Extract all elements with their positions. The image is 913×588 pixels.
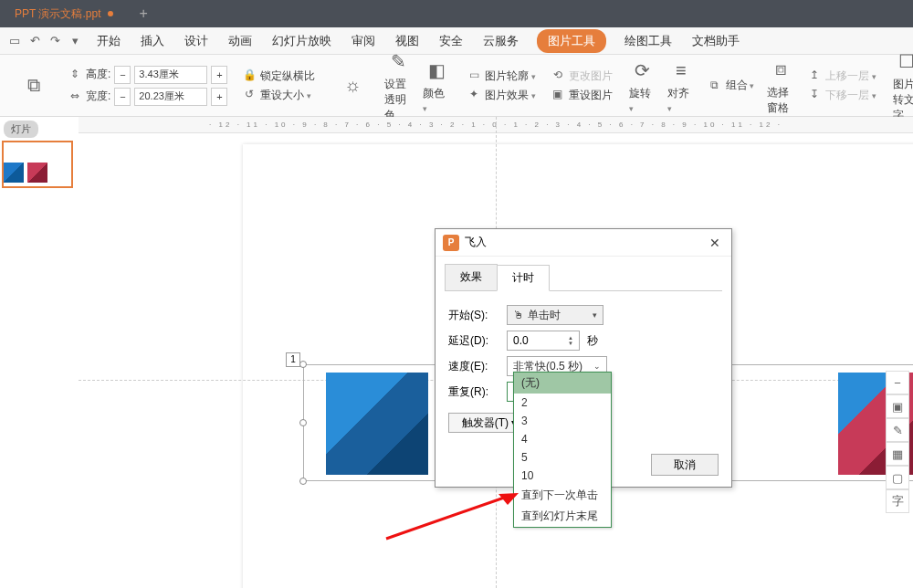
repeat-label: 重复(R):	[448, 384, 499, 400]
ocr-icon: ☐	[893, 47, 913, 75]
lock-aspect-label[interactable]: 锁定纵横比	[260, 68, 315, 84]
menu-tab-9[interactable]: 图片工具	[537, 29, 606, 53]
dialog-tab-0[interactable]: 效果	[445, 264, 498, 290]
document-tab[interactable]: PPT 演示文稿.ppt	[0, 0, 128, 27]
handle-top-left[interactable]	[299, 361, 307, 368]
repeat-option[interactable]: 5	[514, 448, 611, 467]
width-decrease-button[interactable]: −	[114, 88, 131, 106]
dialog-tabs: 效果计时	[445, 264, 722, 291]
float-button-4[interactable]: ▢	[886, 466, 909, 489]
save-icon[interactable]: ▭	[7, 34, 22, 48]
align-button[interactable]: ≡对齐	[662, 57, 700, 114]
eyedropper-icon: ✎	[384, 47, 412, 75]
reset-picture-button[interactable]: 重设图片	[569, 88, 613, 103]
effect-icon: ✦	[467, 88, 481, 102]
spinner-icon[interactable]: ▲▼	[568, 335, 573, 346]
app-icon: P	[443, 235, 459, 251]
bring-forward-icon: ↥	[807, 68, 822, 83]
menu-tab-7[interactable]: 安全	[437, 29, 465, 53]
float-button-0[interactable]: −	[886, 371, 909, 394]
group-button[interactable]: 组合	[726, 78, 755, 93]
handle-middle-left[interactable]	[299, 419, 307, 426]
group-icon: ⧉	[708, 79, 722, 93]
rotate-icon: ⟳	[629, 57, 656, 84]
float-button-5[interactable]: 字	[886, 489, 909, 513]
sun-icon: ☼	[339, 72, 366, 100]
chevron-down-icon: ⌄	[593, 362, 601, 371]
height-input[interactable]: 3.43厘米	[134, 66, 207, 84]
height-decrease-button[interactable]: −	[114, 66, 131, 84]
menu-tab-3[interactable]: 动画	[226, 29, 254, 53]
pic-to-text-button[interactable]: ☐图片转文字	[887, 47, 913, 123]
picture-effect-button[interactable]: 图片效果	[485, 88, 536, 103]
repeat-option[interactable]: 直到下一次单击	[514, 485, 611, 506]
lock-icon[interactable]: 🔒	[242, 68, 257, 83]
new-tab-button[interactable]: +	[128, 5, 158, 22]
undo-icon[interactable]: ↶	[27, 34, 42, 48]
redo-icon[interactable]: ↷	[47, 34, 62, 48]
close-icon[interactable]: ✕	[706, 236, 724, 250]
start-label: 开始(S):	[448, 308, 499, 323]
float-button-3[interactable]: ▦	[886, 442, 909, 466]
rotate-button[interactable]: ⟳旋转	[624, 57, 662, 114]
height-icon: ⇕	[68, 68, 82, 82]
repeat-option[interactable]: 3	[514, 412, 611, 430]
handle-bottom-left[interactable]	[299, 478, 307, 485]
delay-label: 延迟(D):	[448, 333, 499, 349]
slide-pane-label: 灯片	[4, 121, 38, 138]
cancel-button[interactable]: 取消	[651, 454, 719, 476]
brightness-button[interactable]: ☼	[333, 72, 372, 100]
right-float-toolbar: −▣✎▦▢字	[886, 371, 909, 513]
delay-input[interactable]: 0.0 ▲▼	[507, 331, 580, 351]
reset-size-button[interactable]: 重设大小	[260, 88, 311, 103]
menu-tab-4[interactable]: 幻灯片放映	[270, 29, 333, 53]
selection-pane-button[interactable]: ⧈选择窗格	[761, 56, 800, 116]
menu-tab-2[interactable]: 设计	[183, 29, 210, 53]
crop-icon[interactable]: ⧉	[20, 72, 47, 100]
repeat-option[interactable]: (无)	[514, 373, 611, 394]
height-label: 高度:	[86, 67, 110, 82]
picture-outline-button[interactable]: 图片轮廓	[485, 68, 536, 84]
height-increase-button[interactable]: +	[211, 66, 227, 84]
repeat-option[interactable]: 2	[514, 394, 611, 412]
menu-tab-8[interactable]: 云服务	[481, 29, 520, 53]
width-increase-button[interactable]: +	[211, 88, 227, 106]
color-button[interactable]: ◧颜色	[417, 57, 456, 114]
menu-tab-1[interactable]: 插入	[139, 29, 166, 53]
change-picture-button[interactable]: 更改图片	[569, 68, 613, 84]
speed-label: 速度(E):	[448, 359, 499, 374]
repeat-option[interactable]: 4	[514, 430, 611, 448]
float-button-1[interactable]: ▣	[886, 394, 909, 418]
send-backward-button[interactable]: 下移一层	[825, 88, 876, 103]
menu-tab-0[interactable]: 开始	[95, 29, 122, 53]
start-select[interactable]: 🖱单击时 ▾	[507, 305, 603, 325]
set-transparent-color-button[interactable]: ✎设置透明色	[379, 47, 417, 123]
width-label: 宽度:	[86, 89, 110, 104]
width-input[interactable]: 20.23厘米	[134, 88, 207, 106]
dialog-title-bar[interactable]: P 飞入 ✕	[436, 229, 731, 257]
thumb-shape-2	[27, 163, 47, 183]
reset-pic-icon: ▣	[551, 88, 565, 102]
float-button-2[interactable]: ✎	[886, 418, 909, 442]
picture-1[interactable]	[326, 373, 428, 475]
bring-forward-button[interactable]: 上移一层	[825, 68, 876, 84]
thumbnail-panel	[0, 117, 79, 588]
menu-dropdown-icon[interactable]: ▾	[68, 34, 82, 48]
repeat-option[interactable]: 10	[514, 467, 611, 485]
ribbon: ⧉ ⇕ 高度: − 3.43厘米 + ⇔ 宽度: − 20.23厘米 + 🔒锁定…	[0, 55, 913, 117]
color-icon: ◧	[423, 57, 450, 84]
outline-icon: ▭	[467, 68, 481, 83]
dialog-tab-1[interactable]: 计时	[497, 265, 550, 291]
repeat-dropdown-list: (无)234510直到下一次单击直到幻灯片末尾	[513, 372, 612, 528]
animation-order-badge: 1	[286, 352, 300, 367]
send-backward-icon: ↧	[807, 88, 822, 102]
thumb-shape-1	[4, 163, 24, 183]
pane-icon: ⧈	[767, 56, 794, 83]
slide-thumbnail[interactable]	[2, 141, 73, 188]
repeat-option[interactable]: 直到幻灯片末尾	[514, 506, 611, 527]
menu-tab-11[interactable]: 文档助手	[690, 29, 741, 53]
menu-tab-10[interactable]: 绘图工具	[623, 29, 674, 53]
change-pic-icon: ⟲	[551, 68, 565, 83]
menu-tab-5[interactable]: 审阅	[350, 29, 377, 53]
reset-size-icon[interactable]: ↺	[242, 88, 257, 102]
